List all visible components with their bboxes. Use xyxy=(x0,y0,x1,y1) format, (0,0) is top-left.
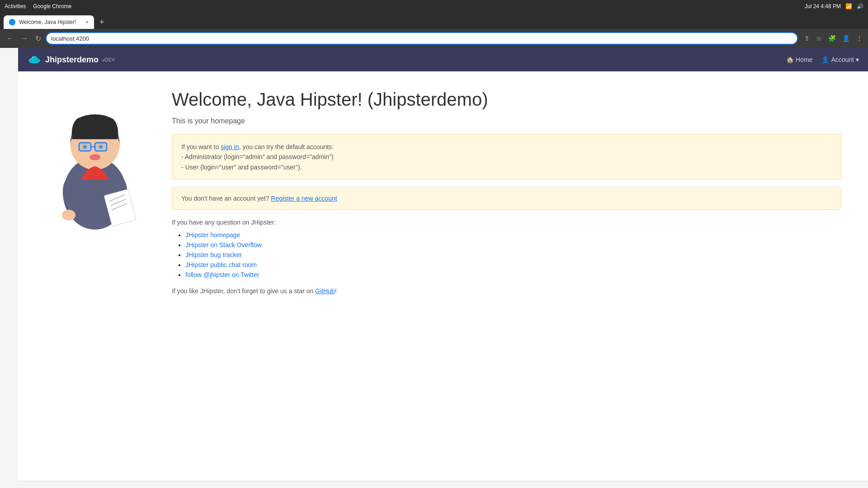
brand-logo-svg xyxy=(27,55,42,64)
jhipster-chatroom-link[interactable]: JHipster public chat room xyxy=(185,261,257,268)
svg-point-1 xyxy=(32,56,38,61)
bookmark-icon[interactable]: ☆ xyxy=(814,33,824,44)
wifi-icon: 📶 xyxy=(845,3,852,9)
tab-favicon: 🌐 xyxy=(9,19,15,25)
jhipster-bugtracker-link[interactable]: JHipster bug tracker xyxy=(185,251,242,258)
brand-name: Jhipsterdemo xyxy=(45,55,99,65)
jhipster-stackoverflow-link[interactable]: JHipster on Stack Overflow xyxy=(185,241,262,249)
forward-button[interactable]: → xyxy=(18,33,31,44)
navbar-right: 🏠 Home 👤 Account ▾ xyxy=(786,56,859,63)
app-wrapper: Jhipsterdemo vDEV 🏠 Home 👤 Account ▾ xyxy=(18,48,868,488)
navbar-brand[interactable]: Jhipsterdemo vDEV xyxy=(27,55,115,65)
app-navbar: Jhipsterdemo vDEV 🏠 Home 👤 Account ▾ xyxy=(18,48,868,71)
register-prefix: You don't have an account yet? xyxy=(181,195,271,202)
user-hint: - User (login="user" and password="user"… xyxy=(181,164,302,171)
register-alert: You don't have an account yet? Register … xyxy=(172,187,841,210)
os-browser-label: Google Chrome xyxy=(33,3,71,9)
star-prefix: If you like JHipster, don't forget to gi… xyxy=(172,287,315,295)
brand-env: vDEV xyxy=(102,57,115,62)
browser-chrome: 🌐 Welcome, Java Hipster! × + ← → ↻ local… xyxy=(0,13,868,48)
address-text: localhost:4200 xyxy=(51,35,793,42)
back-button[interactable]: ← xyxy=(4,33,16,44)
svg-point-12 xyxy=(83,145,87,149)
extensions-icon[interactable]: 🧩 xyxy=(826,33,838,44)
hipster-illustration xyxy=(45,89,145,234)
homepage-subtitle: This is your homepage xyxy=(172,117,841,125)
browser-toolbar: ← → ↻ localhost:4200 ⇧ ☆ 🧩 👤 ⋮ xyxy=(0,29,868,48)
browser-tab[interactable]: 🌐 Welcome, Java Hipster! × xyxy=(4,15,94,29)
main-content: Welcome, Java Hipster! (Jhipsterdemo) Th… xyxy=(18,71,868,481)
alert-suffix: , you can try the default accounts: xyxy=(239,143,334,150)
share-icon[interactable]: ⇧ xyxy=(802,33,811,44)
list-item: JHipster bug tracker xyxy=(185,251,841,258)
os-activities[interactable]: Activities xyxy=(5,3,26,9)
sign-in-link[interactable]: sign in xyxy=(221,143,239,150)
account-icon: 👤 xyxy=(821,56,829,63)
alert-prefix: If you want to xyxy=(181,143,221,150)
star-text: If you like JHipster, don't forget to gi… xyxy=(172,287,841,295)
question-text: If you have any question on JHipster: xyxy=(172,219,841,226)
app-footer: This is your footer xyxy=(18,481,868,488)
jhipster-homepage-link[interactable]: JHipster homepage xyxy=(185,231,240,239)
home-icon: 🏠 xyxy=(786,56,794,63)
nav-home-link[interactable]: 🏠 Home xyxy=(786,56,812,63)
content-area: Welcome, Java Hipster! (Jhipsterdemo) Th… xyxy=(172,89,841,463)
list-item: JHipster public chat room xyxy=(185,261,841,268)
os-datetime: Jul 24 4:48 PM xyxy=(805,3,841,9)
hero-image xyxy=(45,89,154,463)
new-tab-button[interactable]: + xyxy=(98,16,106,29)
register-link[interactable]: Register a new account xyxy=(271,195,337,202)
welcome-title: Welcome, Java Hipster! (Jhipsterdemo) xyxy=(172,89,841,110)
chevron-down-icon: ▾ xyxy=(856,56,859,63)
svg-point-4 xyxy=(33,57,33,58)
jhipster-twitter-link[interactable]: follow @jhipster on Twitter xyxy=(185,271,259,278)
admin-hint: - Administrator (login="admin" and passw… xyxy=(181,153,334,160)
links-list: JHipster homepage JHipster on Stack Over… xyxy=(185,231,841,278)
list-item: JHipster homepage xyxy=(185,231,841,239)
browser-tab-bar: 🌐 Welcome, Java Hipster! × + xyxy=(0,13,868,29)
tab-title: Welcome, Java Hipster! xyxy=(19,19,76,25)
tab-close-button[interactable]: × xyxy=(85,19,89,25)
address-bar[interactable]: localhost:4200 xyxy=(46,32,798,45)
nav-account-button[interactable]: 👤 Account ▾ xyxy=(821,56,859,63)
github-link[interactable]: GitHub xyxy=(315,287,335,295)
menu-icon[interactable]: ⋮ xyxy=(854,33,864,44)
star-suffix: ! xyxy=(335,287,337,295)
volume-icon: 🔊 xyxy=(857,3,863,9)
os-bar: Activities Google Chrome Jul 24 4:48 PM … xyxy=(0,0,868,13)
svg-point-13 xyxy=(99,145,103,149)
reload-button[interactable]: ↻ xyxy=(33,33,44,45)
profile-icon[interactable]: 👤 xyxy=(840,33,852,44)
svg-point-17 xyxy=(62,210,75,221)
list-item: JHipster on Stack Overflow xyxy=(185,241,841,249)
svg-point-14 xyxy=(90,154,100,160)
signin-alert: If you want to sign in, you can try the … xyxy=(172,134,841,180)
list-item: follow @jhipster on Twitter xyxy=(185,271,841,278)
